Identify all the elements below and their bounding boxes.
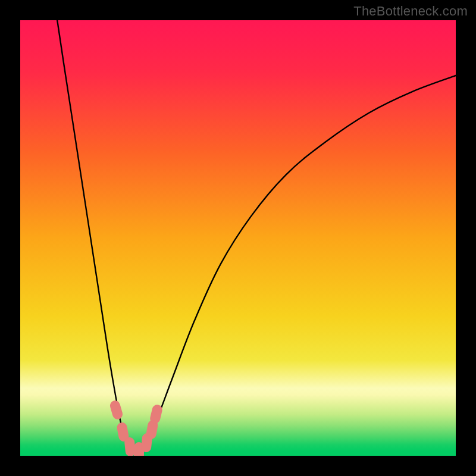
heat-background xyxy=(20,20,456,456)
plot-svg xyxy=(20,20,456,456)
plot-area xyxy=(20,20,456,456)
chart-frame: TheBottleneck.com xyxy=(0,0,476,476)
attribution-label: TheBottleneck.com xyxy=(353,4,468,19)
